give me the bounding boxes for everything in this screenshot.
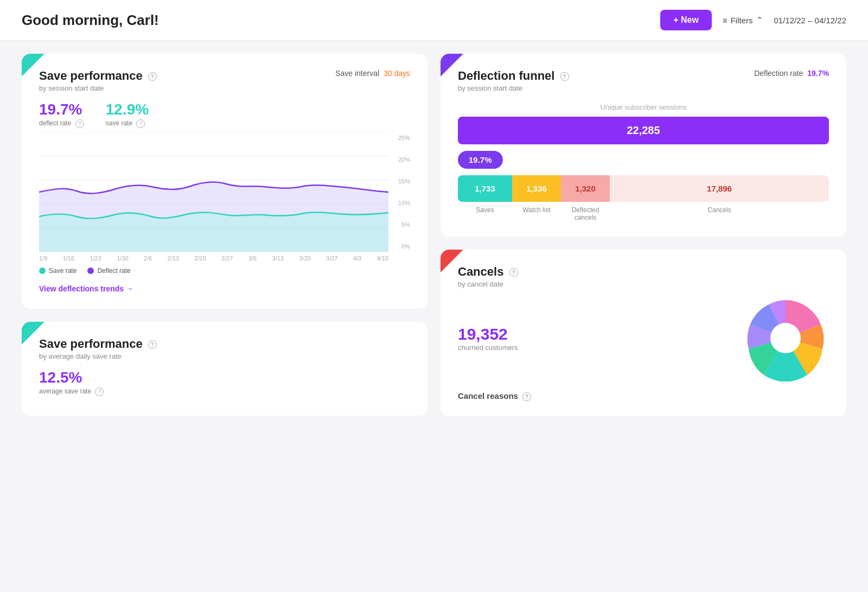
deflection-funnel-card: Deflection funnel ? by session start dat…: [441, 54, 846, 237]
right-column: Deflection funnel ? by session start dat…: [441, 54, 846, 416]
save-interval: Save interval 30 days: [335, 69, 410, 78]
unique-sessions-bar: 22,285: [458, 117, 829, 144]
card-corner-teal-2: [22, 322, 44, 345]
churned-metric: 19,352 churned customers: [458, 325, 518, 352]
card-corner-red: [441, 250, 463, 272]
card-header: Save performance ? by session start date…: [39, 69, 410, 92]
chart-legend: Save rate Deflect rate: [39, 267, 410, 275]
deflect-info-icon[interactable]: ?: [75, 119, 84, 128]
unique-sessions-label: Unique subscriber sessions: [458, 103, 829, 111]
save-rate-info-icon[interactable]: ?: [136, 119, 145, 128]
card-title: Save performance ?: [39, 69, 157, 83]
cancels-segment: 17,896: [610, 175, 829, 202]
avg-save-rate-metric: 12.5% average save rate ?: [39, 369, 104, 396]
cancels-label: Cancels: [610, 206, 829, 221]
watchlist-segment: 1,336: [512, 175, 561, 202]
view-deflections-link[interactable]: View deflections trends →: [39, 284, 133, 293]
funnel-labels: Saves Watch list Deflected cancels Cance…: [458, 206, 829, 221]
info-icon[interactable]: ?: [148, 72, 157, 81]
cancels-content: 19,352 churned customers: [458, 295, 829, 381]
funnel-pill: 19.7%: [458, 151, 503, 169]
cancels-title: Cancels ?: [458, 265, 518, 279]
deflect-rate-metric: 19.7% deflect rate ?: [39, 101, 84, 128]
funnel-segments: 1,733 1,336 1,320 17,896: [458, 175, 829, 202]
x-axis: 1/91/161/231/302/62/132/202/273/63/133/2…: [39, 255, 410, 262]
metrics-row: 19.7% deflect rate ? 12.9% save rate ?: [39, 101, 410, 128]
legend-save-rate: Save rate: [39, 267, 76, 275]
deflection-rate-value: 19.7%: [807, 69, 829, 78]
cancel-reasons-title: Cancel reasons ?: [458, 391, 829, 401]
churned-value: 19,352: [458, 325, 518, 343]
card-corner-teal: [22, 54, 44, 77]
saves-label: Saves: [458, 206, 512, 221]
churned-label: churned customers: [458, 343, 518, 352]
deflection-rate-header: Deflection rate 19.7%: [754, 69, 829, 78]
page-title: Good morning, Carl!: [22, 12, 159, 29]
card-header-2: Save performance ? by average daily save…: [39, 337, 410, 360]
save-performance-card-2: Save performance ? by average daily save…: [22, 322, 427, 416]
avg-save-info-icon[interactable]: ?: [95, 387, 104, 396]
funnel-pill-row: 19.7%: [458, 151, 829, 169]
filter-icon: ≡: [723, 16, 727, 25]
save-performance-card: Save performance ? by session start date…: [22, 54, 427, 309]
main-content: Save performance ? by session start date…: [0, 41, 868, 429]
funnel-content: Unique subscriber sessions 22,285 19.7% …: [458, 103, 829, 221]
save-rate-dot: [39, 268, 46, 274]
left-column: Save performance ? by session start date…: [22, 54, 427, 416]
date-range: 01/12/22 – 04/12/22: [774, 16, 846, 25]
line-chart: 25%20%15%10%5%0%: [39, 132, 410, 252]
watchlist-label: Watch list: [512, 206, 561, 221]
card-corner-purple: [441, 54, 463, 77]
new-button[interactable]: + New: [660, 10, 712, 30]
legend-deflect-rate: Deflect rate: [87, 267, 130, 275]
header: Good morning, Carl! + New ≡ Filters ⌃ 01…: [0, 0, 868, 41]
cancels-info-icon[interactable]: ?: [509, 268, 518, 277]
cancel-reasons-info-icon[interactable]: ?: [522, 392, 531, 401]
metrics-row-2: 12.5% average save rate ?: [39, 369, 410, 396]
save-rate-metric: 12.9% save rate ?: [106, 101, 149, 128]
cancels-subtitle: by cancel date: [458, 280, 518, 288]
svg-point-7: [770, 323, 801, 353]
card-subtitle-2: by average daily save rate: [39, 352, 157, 360]
deflection-card-header: Deflection funnel ? by session start dat…: [458, 69, 829, 92]
chart-svg-wrapper: [39, 132, 388, 252]
save-interval-value: 30 days: [384, 69, 410, 78]
deflected-segment: 1,320: [561, 175, 610, 202]
deflected-label: Deflected cancels: [561, 206, 610, 221]
deflection-subtitle: by session start date: [458, 84, 569, 92]
filters-button[interactable]: ≡ Filters ⌃: [723, 15, 763, 25]
info-icon-2[interactable]: ?: [148, 340, 157, 349]
card-title-2: Save performance ?: [39, 337, 157, 351]
y-axis: 25%20%15%10%5%0%: [391, 132, 410, 252]
deflection-title: Deflection funnel ?: [458, 69, 569, 83]
saves-segment: 1,733: [458, 175, 512, 202]
chevron-icon: ⌃: [756, 15, 763, 25]
pie-chart: [742, 295, 829, 381]
deflect-rate-dot: [87, 268, 94, 274]
deflection-info-icon[interactable]: ?: [560, 72, 569, 81]
cancels-card: Cancels ? by cancel date 19,352 churned …: [441, 250, 846, 416]
cancels-header: Cancels ? by cancel date: [458, 265, 829, 288]
card-subtitle: by session start date: [39, 84, 157, 92]
header-actions: + New ≡ Filters ⌃ 01/12/22 – 04/12/22: [660, 10, 846, 30]
